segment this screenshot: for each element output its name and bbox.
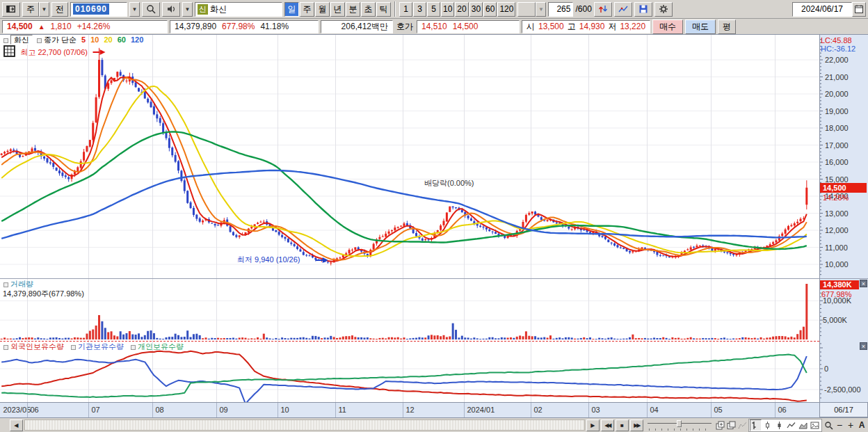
turnover-rate: 41.18% [260, 22, 289, 31]
auto-trendline-button[interactable] [737, 419, 747, 431]
trendline-icon [618, 4, 628, 14]
ma-legend-10: 10 [90, 35, 99, 44]
chart-kind-combo[interactable]: 주 ▼ [22, 2, 49, 17]
stop-button[interactable]: ■ [616, 419, 629, 431]
buy-button[interactable]: 매수 [652, 19, 683, 34]
panel-layout-button[interactable] [2, 2, 20, 17]
period-button-년[interactable]: 년 [330, 2, 345, 17]
price-change-cell: 14,500 ▲ 1,810 +14.26% [2, 20, 168, 33]
legend-square-icon [3, 282, 8, 287]
ohl-cell: 시 13,500 고 14,930 저 13,220 [522, 20, 650, 33]
svg-text:15,000: 15,000 [825, 175, 849, 184]
svg-text:17,000: 17,000 [825, 141, 849, 150]
period-button-월[interactable]: 월 [315, 2, 330, 17]
period-button-초[interactable]: 초 [361, 2, 376, 17]
legend-square-icon [131, 345, 136, 350]
minute-button-20[interactable]: 20 [455, 2, 468, 17]
date-picker[interactable]: 2024/06/17 [792, 2, 866, 17]
play-button[interactable]: ▶ [586, 419, 600, 431]
zoom-tool-button[interactable] [823, 419, 833, 431]
minute-button-30[interactable]: 30 [469, 2, 483, 17]
slider-thumb[interactable] [677, 420, 682, 427]
volume-pane-close-button[interactable]: × [860, 280, 867, 287]
font-button[interactable]: A [857, 419, 867, 431]
svg-text:19,000: 19,000 [825, 107, 849, 115]
price-chart-canvas[interactable]: 2023/05060708091011122024/01020304050610… [0, 35, 868, 417]
minute-button-10[interactable]: 10 [441, 2, 454, 17]
zoom-out-button[interactable]: − [835, 419, 844, 431]
chart-image-button[interactable] [809, 419, 821, 431]
current-pct-axis-label: 14.26% [823, 193, 849, 202]
area-style-button[interactable] [797, 419, 809, 431]
trendline-tool-button[interactable] [614, 2, 632, 17]
ask-price: 14,510 [421, 22, 447, 31]
fast-forward-button[interactable]: ▶▶ [630, 419, 643, 431]
svg-text:06: 06 [31, 406, 39, 414]
date-input[interactable]: 2024/06/17 [792, 2, 852, 17]
stock-code-value: 010690 [73, 3, 109, 15]
minute-button-60[interactable]: 60 [483, 2, 497, 17]
candle-down-style-button[interactable] [773, 419, 785, 431]
interval-dropdown[interactable]: ▼ [536, 2, 546, 17]
price-change-pct: +14.26% [77, 22, 111, 31]
chart-settings-button[interactable] [654, 2, 673, 17]
hc-label: HC:-36.12 [821, 45, 855, 54]
minute-button-1[interactable]: 1 [399, 2, 412, 17]
scroll-left-button[interactable]: ◀ [10, 419, 23, 431]
chart-kind-value[interactable]: 주 [22, 2, 39, 17]
trade-value: 206,412백만 [341, 21, 388, 33]
filled-candle-icon [775, 421, 784, 430]
interval-value[interactable] [517, 2, 536, 17]
bar-count-value: 265 [556, 4, 570, 14]
zoom-slider[interactable] [648, 419, 712, 431]
axis-end-date: 06/17 [819, 402, 868, 417]
price-change: 1,810 [51, 22, 72, 31]
low-annotation: 최저 9,940 (10/26) [237, 255, 300, 264]
svg-text:10: 10 [281, 406, 289, 414]
svg-text:2024/01: 2024/01 [467, 406, 495, 414]
stock-code-input[interactable]: 010690 [70, 2, 127, 17]
up-down-arrows-icon [598, 4, 608, 14]
stock-search-button[interactable] [142, 2, 160, 17]
zoom-in-button[interactable]: + [846, 419, 855, 431]
minute-buttons: 13510203060120 [399, 2, 515, 17]
line-style-button[interactable] [785, 419, 797, 431]
legend-symbol[interactable]: 화신 [10, 35, 33, 45]
duplicate-chart-button[interactable] [726, 419, 736, 431]
minute-button-3[interactable]: 3 [413, 2, 426, 17]
high-price: 14,930 [579, 22, 605, 31]
bar-chart-style-button[interactable] [750, 419, 762, 431]
period-button-일[interactable]: 일 [284, 2, 299, 17]
rewind-button[interactable]: ◀◀ [601, 419, 614, 431]
sell-button[interactable]: 매도 [685, 19, 716, 34]
minute-button-120[interactable]: 120 [497, 2, 515, 17]
ma-legend-20: 20 [104, 35, 112, 44]
save-chart-button[interactable] [634, 2, 652, 17]
period-button-틱[interactable]: 틱 [376, 2, 391, 17]
period-button-주[interactable]: 주 [300, 2, 314, 17]
svg-text:18,000: 18,000 [825, 124, 849, 132]
bar-count-input[interactable]: 265 [548, 2, 573, 17]
legend-square-icon [3, 345, 8, 350]
area-chart-icon [798, 421, 807, 430]
compare-button[interactable] [594, 2, 612, 17]
sound-dropdown[interactable]: ▼ [182, 2, 193, 17]
price-info-bar: 14,500 ▲ 1,810 +14.26% 14,379,890 677.98… [0, 19, 868, 35]
prev-stock-button[interactable]: 전 [51, 2, 68, 17]
stock-code-dropdown[interactable]: ▼ [129, 2, 140, 17]
chart-kind-dropdown[interactable]: ▼ [39, 2, 49, 17]
calendar-icon [854, 4, 864, 14]
add-subchart-button[interactable] [716, 419, 725, 431]
sound-button[interactable] [162, 2, 180, 17]
minute-button-5[interactable]: 5 [427, 2, 440, 17]
svg-text:08: 08 [156, 406, 164, 414]
chart-scrollbar[interactable] [24, 419, 585, 431]
avg-price-button[interactable]: 평 [718, 19, 736, 34]
interval-combo[interactable]: ▼ [517, 2, 546, 17]
candle-style-button[interactable] [762, 419, 773, 431]
holdings-pane-close-button[interactable]: × [860, 342, 867, 350]
calendar-button[interactable] [852, 2, 866, 17]
stock-name-field[interactable]: 신 화신 [195, 2, 282, 17]
new-stock-badge: 신 [198, 4, 208, 15]
period-button-분[interactable]: 분 [346, 2, 360, 17]
